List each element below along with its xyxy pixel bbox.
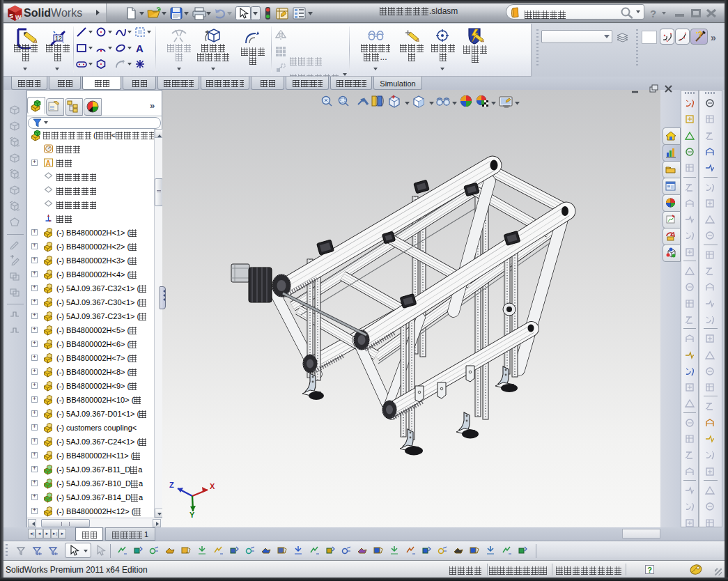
svg-text:S: S: [9, 13, 13, 20]
svg-text:W: W: [15, 14, 22, 21]
svg-text:Z: Z: [169, 481, 174, 489]
svg-text:X: X: [210, 482, 215, 490]
svg-text:Y: Y: [189, 511, 195, 518]
svg-text:A: A: [136, 42, 144, 54]
svg-text:12: 12: [55, 35, 62, 42]
svg-text:A: A: [46, 160, 51, 167]
